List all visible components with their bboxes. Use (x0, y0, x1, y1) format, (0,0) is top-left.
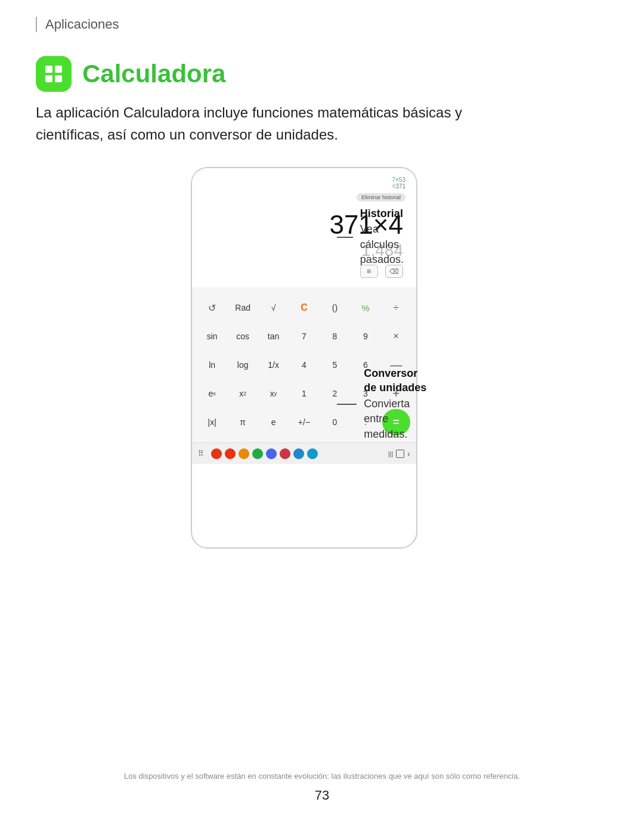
taskbar-app-5[interactable] (266, 448, 277, 459)
svg-rect-0 (45, 66, 52, 73)
svg-rect-1 (55, 66, 62, 73)
annotation-historial: Historial Vea cálculos pasados. (337, 208, 417, 267)
btn-exp[interactable]: ex (198, 380, 226, 407)
annotation-conversor-text: Convierta entre medidas. (364, 397, 428, 442)
btn-clear[interactable]: C (290, 295, 318, 321)
taskbar-app-7[interactable] (293, 448, 304, 459)
btn-pi[interactable]: π (228, 409, 256, 435)
page-title: Calculadora (82, 60, 225, 88)
clear-history-btn[interactable]: Eliminar historial (357, 193, 405, 202)
btn-ln[interactable]: ln (198, 352, 226, 378)
btn-power[interactable]: xy (259, 380, 287, 407)
taskbar-apps (211, 448, 385, 459)
system-nav-icons: ||| ‹ (388, 449, 410, 459)
page-description: La aplicación Calculadora incluye funcio… (0, 101, 537, 167)
btn-multiply[interactable]: × (382, 323, 410, 349)
nav-square-icon[interactable] (396, 450, 404, 458)
app-icon (36, 56, 72, 92)
btn-euler[interactable]: e (259, 409, 287, 435)
taskbar-app-4[interactable] (252, 448, 263, 459)
apps-grid-icon[interactable]: ⠿ (198, 449, 204, 458)
taskbar-app-2[interactable] (225, 448, 236, 459)
history-result: =371 (203, 183, 405, 190)
btn-7[interactable]: 7 (290, 323, 318, 349)
annotation-historial-text: Vea cálculos pasados. (360, 222, 417, 267)
btn-rad[interactable]: Rad (228, 295, 256, 321)
nav-lines-icon[interactable]: ||| (388, 450, 394, 457)
btn-divide[interactable]: ÷ (382, 295, 410, 321)
btn-sqrt[interactable]: √ (259, 295, 287, 321)
btn-cos[interactable]: cos (228, 323, 256, 349)
annotation-historial-title: Historial (360, 208, 417, 220)
svg-rect-2 (45, 75, 52, 82)
btn-9[interactable]: 9 (351, 323, 379, 349)
taskbar-app-1[interactable] (211, 448, 222, 459)
android-navbar: ⠿ ||| ‹ (192, 442, 416, 464)
btn-sin[interactable]: sin (198, 323, 226, 349)
footer-note: Los dispositivos y el software están en … (0, 772, 644, 781)
svg-rect-3 (55, 75, 62, 82)
btn-reciprocal[interactable]: 1/x (259, 352, 287, 378)
nav-back-icon[interactable]: ‹ (407, 449, 410, 459)
btn-4[interactable]: 4 (290, 352, 318, 378)
taskbar-app-8[interactable] (307, 448, 318, 459)
taskbar-app-6[interactable] (280, 448, 290, 459)
btn-log[interactable]: log (228, 352, 256, 378)
annotation-conversor: Conversor de unidades Convierta entre me… (337, 367, 428, 441)
annotation-conversor-title: Conversor de unidades (364, 367, 428, 395)
page-number: 73 (0, 788, 644, 803)
btn-tan[interactable]: tan (259, 323, 287, 349)
btn-rotate[interactable]: ↺ (198, 295, 226, 321)
page-section-label: Aplicaciones (45, 17, 119, 32)
taskbar-app-3[interactable] (239, 448, 249, 459)
btn-percent[interactable]: % (351, 295, 379, 321)
btn-square[interactable]: x2 (228, 380, 256, 407)
btn-1[interactable]: 1 (290, 380, 318, 407)
btn-negate[interactable]: +/− (290, 409, 318, 435)
btn-abs[interactable]: |x| (198, 409, 226, 435)
history-equation: 7×53 (203, 176, 405, 183)
btn-8[interactable]: 8 (321, 323, 349, 349)
btn-parens[interactable]: () (321, 295, 349, 321)
